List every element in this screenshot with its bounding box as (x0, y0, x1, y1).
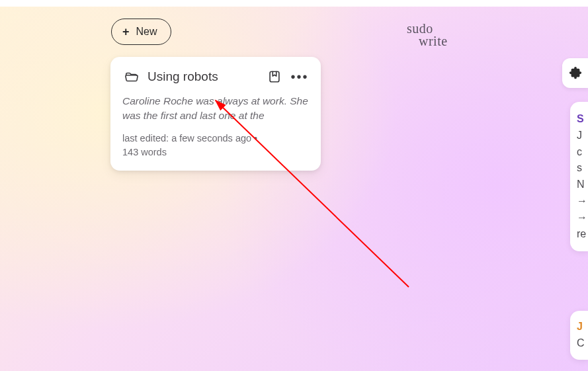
more-menu-button[interactable]: ••• (290, 67, 309, 86)
side1-line7: → (577, 210, 585, 226)
side-plugin-button[interactable] (562, 58, 588, 88)
logo-line-2: write (419, 35, 448, 48)
meta-bullet: • (251, 133, 257, 144)
new-button[interactable]: + New (111, 19, 171, 45)
document-excerpt: Caroline Roche was always at work. She w… (122, 94, 309, 122)
document-title: Using robots (147, 69, 259, 84)
meta-word-count: 143 words (122, 147, 167, 157)
card-header: Using robots ••• (122, 67, 309, 86)
bookmark-icon[interactable] (265, 67, 284, 86)
meta-last-edited-value: a few seconds ago (171, 133, 251, 144)
side1-line2: J (577, 128, 585, 144)
new-button-label: New (136, 26, 157, 38)
plus-icon: + (122, 26, 130, 38)
app-logo: sudo write (407, 22, 448, 48)
folder-icon (122, 67, 141, 86)
document-card[interactable]: Using robots ••• Caroline Roche was alwa… (110, 57, 321, 171)
top-white-bar (0, 0, 588, 7)
side-panel-preview-2[interactable]: J C (570, 311, 588, 360)
document-meta: last edited: a few seconds ago • 143 wor… (122, 132, 309, 159)
annotation-arrow (0, 0, 588, 371)
puzzle-icon (568, 66, 583, 81)
side1-line3: c (577, 144, 585, 161)
side2-line1: J (577, 319, 585, 335)
side1-line5: N (577, 177, 585, 193)
side1-line6: → (577, 193, 585, 210)
meta-last-edited-prefix: last edited: (122, 133, 171, 144)
side-panel-preview-1[interactable]: S J c s N → → re (570, 102, 588, 251)
side2-line2: C (577, 335, 585, 352)
app-canvas: + New sudo write Using robots ••• (0, 0, 588, 371)
svg-rect-0 (270, 71, 279, 82)
side1-line8: re (577, 226, 585, 243)
side1-line1: S (577, 111, 585, 128)
side1-line4: s (577, 160, 585, 177)
